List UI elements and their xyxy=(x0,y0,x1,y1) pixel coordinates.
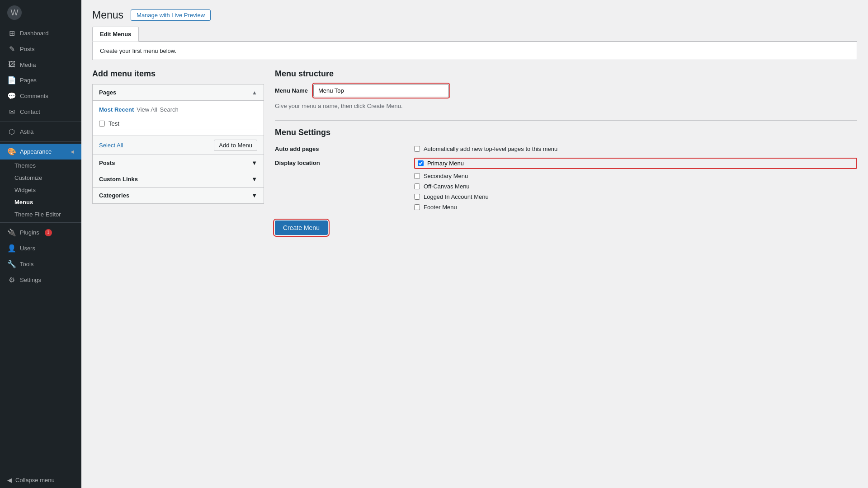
sidebar-label-users: Users xyxy=(20,245,35,252)
page-item-test-checkbox[interactable] xyxy=(99,121,105,127)
sidebar-sub-themes[interactable]: Themes xyxy=(0,160,81,172)
menu-name-row: Menu Name xyxy=(275,84,857,97)
logged-in-account-menu-checkbox[interactable] xyxy=(414,194,420,200)
sidebar-item-appearance[interactable]: 🎨 Appearance ◀ xyxy=(0,144,81,160)
pages-tab-links: Most Recent View All Search xyxy=(99,106,257,113)
menu-settings-title: Menu Settings xyxy=(275,120,857,137)
sidebar-item-tools[interactable]: 🔧 Tools xyxy=(0,256,81,272)
users-icon: 👤 xyxy=(7,244,16,253)
sidebar-item-pages[interactable]: 📄 Pages xyxy=(0,72,81,88)
live-preview-button[interactable]: Manage with Live Preview xyxy=(131,9,211,21)
main-content: Menus Manage with Live Preview Edit Menu… xyxy=(81,0,868,488)
primary-menu-checkbox[interactable] xyxy=(418,160,424,166)
menu-name-label: Menu Name xyxy=(275,87,308,94)
sidebar-label-plugins: Plugins xyxy=(20,229,39,236)
pages-icon: 📄 xyxy=(7,76,16,84)
pages-tab-view-all[interactable]: View All xyxy=(137,106,157,113)
collapse-menu-button[interactable]: ◀ Collapse menu xyxy=(0,472,81,488)
sidebar-label-pages: Pages xyxy=(20,77,37,84)
location-checkbox-group: Primary Menu Secondary Menu Off-Canvas M… xyxy=(414,158,857,211)
themes-label: Themes xyxy=(14,162,36,169)
page-title: Menus xyxy=(92,9,123,21)
off-canvas-menu-row: Off-Canvas Menu xyxy=(414,183,857,190)
posts-accordion-header[interactable]: Posts ▼ xyxy=(93,155,264,171)
plugins-icon: 🔌 xyxy=(7,228,16,237)
tab-edit-menus[interactable]: Edit Menus xyxy=(92,27,139,42)
sidebar-label-tools: Tools xyxy=(20,261,33,267)
tabs-row: Edit Menus xyxy=(92,27,857,42)
sidebar-item-media[interactable]: 🖼 Media xyxy=(0,57,81,72)
pages-tab-search[interactable]: Search xyxy=(160,106,179,113)
categories-accordion-header[interactable]: Categories ▼ xyxy=(93,188,264,203)
add-menu-items-title: Add menu items xyxy=(92,69,264,79)
pages-accordion-label: Pages xyxy=(99,89,116,96)
collapse-icon: ◀ xyxy=(7,477,12,483)
sidebar-label-comments: Comments xyxy=(20,93,48,99)
appearance-icon: 🎨 xyxy=(7,147,16,156)
sidebar-item-plugins[interactable]: 🔌 Plugins 1 xyxy=(0,225,81,240)
menu-structure-title: Menu structure xyxy=(275,69,857,79)
footer-menu-checkbox[interactable] xyxy=(414,204,420,210)
auto-add-checkbox-label: Automatically add new top-level pages to… xyxy=(424,145,557,152)
auto-add-label: Auto add pages xyxy=(275,143,414,155)
appearance-arrow-icon: ◀ xyxy=(71,149,74,154)
sidebar-sub-theme-file-editor[interactable]: Theme File Editor xyxy=(0,208,81,221)
two-col-layout: Add menu items Pages ▲ Most Recent View … xyxy=(92,69,857,235)
off-canvas-menu-label: Off-Canvas Menu xyxy=(424,183,470,190)
primary-menu-row: Primary Menu xyxy=(414,158,857,169)
widgets-label: Widgets xyxy=(14,187,36,193)
categories-accordion-label: Categories xyxy=(99,192,129,199)
posts-accordion-label: Posts xyxy=(99,160,115,166)
auto-add-checkbox[interactable] xyxy=(414,146,420,152)
pages-chevron-icon: ▲ xyxy=(252,89,257,96)
pages-accordion: Pages ▲ Most Recent View All Search Test xyxy=(92,84,264,204)
wp-logo: W xyxy=(0,0,81,25)
auto-add-row: Auto add pages Automatically add new top… xyxy=(275,143,857,155)
dashboard-icon: ⊞ xyxy=(7,29,16,38)
comments-icon: 💬 xyxy=(7,92,16,100)
sidebar-sub-menus[interactable]: Menus xyxy=(0,196,81,208)
pages-tab-most-recent[interactable]: Most Recent xyxy=(99,106,134,113)
sidebar-item-posts[interactable]: ✎ Posts xyxy=(0,41,81,57)
select-all-link[interactable]: Select All xyxy=(99,142,123,149)
sidebar-label-appearance: Appearance xyxy=(20,148,52,155)
pages-accordion-body: Most Recent View All Search Test xyxy=(93,101,264,136)
sidebar-label-settings: Settings xyxy=(20,277,41,283)
posts-chevron-icon: ▼ xyxy=(251,160,257,166)
sidebar-label-contact: Contact xyxy=(20,108,40,115)
secondary-menu-checkbox[interactable] xyxy=(414,173,420,179)
footer-menu-label: Footer Menu xyxy=(424,204,457,211)
custom-links-accordion-header[interactable]: Custom Links ▼ xyxy=(93,171,264,188)
add-to-menu-button[interactable]: Add to Menu xyxy=(214,140,257,151)
categories-chevron-icon: ▼ xyxy=(251,192,257,199)
menus-label: Menus xyxy=(14,199,33,206)
sidebar-sub-customize[interactable]: Customize xyxy=(0,172,81,184)
sidebar-item-settings[interactable]: ⚙ Settings xyxy=(0,272,81,288)
primary-menu-label: Primary Menu xyxy=(427,160,464,167)
page-header: Menus Manage with Live Preview xyxy=(92,9,857,21)
sidebar-sub-widgets[interactable]: Widgets xyxy=(0,184,81,196)
create-menu-button[interactable]: Create Menu xyxy=(275,221,328,235)
sidebar-item-astra[interactable]: ⬡ Astra xyxy=(0,124,81,140)
info-bar: Create your first menu below. xyxy=(92,42,857,60)
logged-in-account-menu-label: Logged In Account Menu xyxy=(424,193,489,200)
collapse-label: Collapse menu xyxy=(15,477,55,483)
customize-label: Customize xyxy=(14,174,42,181)
sidebar-divider-3 xyxy=(0,222,81,223)
info-text: Create your first menu below. xyxy=(100,47,176,54)
sidebar-label-astra: Astra xyxy=(20,128,33,135)
sidebar-item-users[interactable]: 👤 Users xyxy=(0,240,81,256)
astra-icon: ⬡ xyxy=(7,127,16,136)
custom-links-chevron-icon: ▼ xyxy=(251,176,257,183)
off-canvas-menu-checkbox[interactable] xyxy=(414,183,420,189)
sidebar-item-dashboard[interactable]: ⊞ Dashboard xyxy=(0,25,81,41)
secondary-menu-label: Secondary Menu xyxy=(424,173,468,179)
sidebar-item-contact[interactable]: ✉ Contact xyxy=(0,104,81,120)
pages-accordion-header[interactable]: Pages ▲ xyxy=(93,84,264,101)
sidebar-item-comments[interactable]: 💬 Comments xyxy=(0,88,81,104)
display-location-row: Display location Primary Menu Secondary … xyxy=(275,155,857,213)
hint-text: Give your menu a name, then click Create… xyxy=(275,103,857,109)
pages-accordion-footer: Select All Add to Menu xyxy=(93,136,264,155)
menu-name-input[interactable] xyxy=(313,84,449,97)
wp-icon: W xyxy=(7,5,22,20)
